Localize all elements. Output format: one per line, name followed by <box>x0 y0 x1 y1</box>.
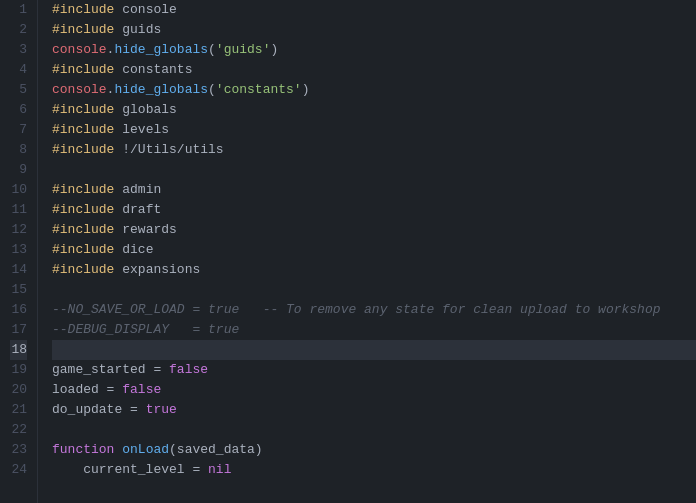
token <box>200 462 208 477</box>
line-number-20: 20 <box>10 380 27 400</box>
token: #include <box>52 142 114 157</box>
token: rewards <box>114 222 176 237</box>
token: #include <box>52 202 114 217</box>
token: console <box>52 82 107 97</box>
code-line-14: #include expansions <box>52 260 696 280</box>
token: function <box>52 442 114 457</box>
line-number-17: 17 <box>10 320 27 340</box>
token: (saved_data) <box>169 442 263 457</box>
line-number-19: 19 <box>10 360 27 380</box>
token: #include <box>52 262 114 277</box>
code-line-21: do_update = true <box>52 400 696 420</box>
token: #include <box>52 222 114 237</box>
code-line-6: #include globals <box>52 100 696 120</box>
line-number-23: 23 <box>10 440 27 460</box>
token: onLoad <box>122 442 169 457</box>
token: guids <box>114 22 161 37</box>
code-line-18 <box>52 340 696 360</box>
token: draft <box>114 202 161 217</box>
code-line-16: --NO_SAVE_OR_LOAD = true -- To remove an… <box>52 300 696 320</box>
line-numbers: 123456789101112131415161718192021222324 <box>0 0 38 503</box>
code-area: 123456789101112131415161718192021222324 … <box>0 0 696 503</box>
code-line-19: game_started = false <box>52 360 696 380</box>
line-number-11: 11 <box>10 200 27 220</box>
token: #include <box>52 242 114 257</box>
line-number-3: 3 <box>10 40 27 60</box>
token: ) <box>302 82 310 97</box>
line-number-1: 1 <box>10 0 27 20</box>
line-number-4: 4 <box>10 60 27 80</box>
token: ( <box>208 42 216 57</box>
code-lines[interactable]: #include console#include guidsconsole.hi… <box>38 0 696 503</box>
code-line-17: --DEBUG_DISPLAY = true <box>52 320 696 340</box>
token: false <box>122 382 161 397</box>
token: = <box>130 402 138 417</box>
token: game_started <box>52 362 153 377</box>
token: #include <box>52 182 114 197</box>
token: ( <box>208 82 216 97</box>
token: dice <box>114 242 153 257</box>
token: expansions <box>114 262 200 277</box>
code-line-20: loaded = false <box>52 380 696 400</box>
line-number-7: 7 <box>10 120 27 140</box>
token: 'constants' <box>216 82 302 97</box>
token: --NO_SAVE_OR_LOAD = true -- To remove an… <box>52 302 661 317</box>
line-number-9: 9 <box>10 160 27 180</box>
token: hide_globals <box>114 82 208 97</box>
line-number-8: 8 <box>10 140 27 160</box>
code-line-1: #include console <box>52 0 696 20</box>
line-number-5: 5 <box>10 80 27 100</box>
code-line-7: #include levels <box>52 120 696 140</box>
code-line-13: #include dice <box>52 240 696 260</box>
token: #include <box>52 62 114 77</box>
token: #include <box>52 102 114 117</box>
code-line-3: console.hide_globals('guids') <box>52 40 696 60</box>
token: constants <box>114 62 192 77</box>
token: #include <box>52 122 114 137</box>
line-number-18: 18 <box>10 340 27 360</box>
token: nil <box>208 462 231 477</box>
line-number-14: 14 <box>10 260 27 280</box>
token: #include <box>52 22 114 37</box>
code-line-9 <box>52 160 696 180</box>
token: levels <box>114 122 169 137</box>
token: console <box>52 42 107 57</box>
line-number-24: 24 <box>10 460 27 480</box>
code-line-4: #include constants <box>52 60 696 80</box>
token: false <box>169 362 208 377</box>
code-line-24: current_level = nil <box>52 460 696 480</box>
code-line-22 <box>52 420 696 440</box>
line-number-2: 2 <box>10 20 27 40</box>
line-number-22: 22 <box>10 420 27 440</box>
code-line-11: #include draft <box>52 200 696 220</box>
line-number-16: 16 <box>10 300 27 320</box>
token: #include <box>52 2 114 17</box>
token <box>138 402 146 417</box>
code-line-23: function onLoad(saved_data) <box>52 440 696 460</box>
token: current_level <box>52 462 192 477</box>
token: 'guids' <box>216 42 271 57</box>
token: admin <box>114 182 161 197</box>
code-line-8: #include !/Utils/utils <box>52 140 696 160</box>
code-line-12: #include rewards <box>52 220 696 240</box>
token: !/Utils/utils <box>114 142 223 157</box>
line-number-12: 12 <box>10 220 27 240</box>
line-number-15: 15 <box>10 280 27 300</box>
code-line-5: console.hide_globals('constants') <box>52 80 696 100</box>
token: globals <box>114 102 176 117</box>
token: ) <box>270 42 278 57</box>
token: do_update <box>52 402 130 417</box>
code-line-15 <box>52 280 696 300</box>
token: loaded <box>52 382 107 397</box>
token: console <box>114 2 176 17</box>
code-editor: 123456789101112131415161718192021222324 … <box>0 0 696 503</box>
line-number-21: 21 <box>10 400 27 420</box>
code-line-2: #include guids <box>52 20 696 40</box>
line-number-6: 6 <box>10 100 27 120</box>
token <box>161 362 169 377</box>
line-number-13: 13 <box>10 240 27 260</box>
token: --DEBUG_DISPLAY = true <box>52 322 239 337</box>
code-line-10: #include admin <box>52 180 696 200</box>
token: true <box>146 402 177 417</box>
token: hide_globals <box>114 42 208 57</box>
